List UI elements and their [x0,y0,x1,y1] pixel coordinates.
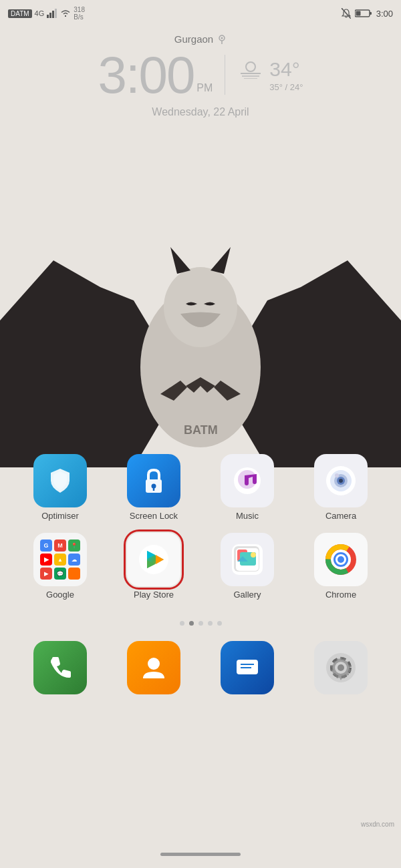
svg-rect-3 [55,9,57,18]
dock-item-phone[interactable] [23,641,97,694]
app-row-2: G M 📍 ▶ ▲ ☁ ▶ 💬 Google [13,533,388,600]
page-indicators [0,621,401,626]
mute-icon [342,8,351,19]
time-display-status: 3:00 [376,9,393,19]
status-left: DATM 4G 318B/s [8,6,85,21]
dock-item-messages[interactable] [211,641,284,694]
date-display: Wednesday, 22 April [152,106,249,118]
watermark: wsxdn.com [361,821,394,828]
dot-1 [189,621,194,626]
playstore-svg [137,543,170,576]
dock-item-settings[interactable] [304,641,378,694]
svg-point-49 [338,556,344,563]
gallery-label: Gallery [233,590,261,600]
clock-time: 3:00 [98,49,194,101]
weather-block: 34° 35° / 24° [237,58,303,92]
contacts-svg [139,653,168,682]
camera-icon [314,454,368,507]
messages-svg [233,653,262,682]
google-grid: G M 📍 ▶ ▲ ☁ ▶ 💬 [40,539,80,580]
svg-rect-1 [49,13,51,18]
wifi-icon [60,9,71,17]
messages-icon [221,641,274,694]
svg-point-58 [338,664,344,671]
google-label: Google [46,590,74,600]
google-icon: G M 📍 ▶ ▲ ☁ ▶ 💬 [33,533,87,586]
signal-bars-icon [47,9,57,18]
time-weather-row: 3:00 PM 34° 35° / 24° [98,49,303,101]
dock-item-contacts[interactable] [117,641,190,694]
app-grid: Optimiser Screen Lock [0,454,401,600]
app-item-playstore[interactable]: Play Store [117,533,190,600]
location-text: Gurgaon [174,33,213,45]
optimiser-label: Optimiser [41,511,79,521]
svg-point-29 [339,479,343,483]
music-icon [221,454,274,507]
gallery-icon [221,533,274,586]
playstore-icon [127,533,180,586]
time-block: 3:00 PM [98,49,213,101]
app-row-1: Optimiser Screen Lock [13,454,388,521]
temperature-main: 34° [269,58,299,81]
svg-rect-0 [47,15,49,18]
svg-rect-2 [52,11,54,18]
chrome-label: Chrome [325,590,356,600]
weather-icon [237,60,264,79]
music-label: Music [236,511,259,521]
battery-icon [355,9,372,18]
dot-0 [180,621,184,626]
shield-svg [45,466,75,495]
chrome-svg [324,543,358,576]
app-item-screenlock[interactable]: Screen Lock [117,454,190,521]
settings-svg [324,651,358,684]
dot-4 [217,621,222,626]
app-item-chrome[interactable]: Chrome [304,533,378,600]
time-weather-divider [225,55,225,95]
app-item-music[interactable]: Music [211,454,284,521]
status-right: 3:00 [342,8,393,19]
app-item-camera[interactable]: Camera [304,454,378,521]
phone-svg [45,653,75,682]
svg-point-16 [164,267,237,347]
phone-icon [33,641,87,694]
dock [0,641,401,694]
svg-rect-7 [356,11,360,16]
playstore-label: Play Store [134,590,174,600]
svg-point-9 [221,37,223,39]
svg-rect-6 [370,12,372,15]
settings-icon [314,641,368,694]
svg-point-21 [152,484,156,489]
optimiser-icon [33,454,87,507]
contacts-icon [127,641,180,694]
dot-3 [208,621,213,626]
location-row: Gurgaon [174,33,227,45]
app-item-google[interactable]: G M 📍 ▶ ▲ ☁ ▶ 💬 Google [23,533,97,600]
status-bar: DATM 4G 318B/s 3:00 [0,0,401,27]
screenlock-icon [127,454,180,507]
location-pin-icon [217,34,227,45]
clock-area: Gurgaon 3:00 PM 34° 35° / 24° [0,33,401,118]
svg-point-30 [335,473,339,477]
svg-point-50 [148,658,160,670]
camera-label: Camera [325,511,356,521]
camera-svg [324,464,358,497]
gallery-svg [231,543,264,576]
batman-wallpaper: BATM [0,220,401,467]
network-speed: 318B/s [74,6,85,21]
chrome-icon [314,533,368,586]
svg-point-10 [246,62,255,71]
lock-svg [139,465,168,497]
home-indicator[interactable] [160,853,241,856]
music-svg [231,465,263,497]
app-item-optimiser[interactable]: Optimiser [23,454,97,521]
clock-period: PM [196,82,213,94]
svg-text:BATM: BATM [184,423,218,437]
screenlock-label: Screen Lock [130,511,178,521]
signal-strength: 4G [35,9,45,17]
weather-main-row: 34° [237,58,299,81]
operator-label: DATM [8,9,32,18]
svg-point-42 [251,552,256,558]
temperature-range: 35° / 24° [269,82,303,92]
dot-2 [198,621,203,626]
app-item-gallery[interactable]: Gallery [211,533,284,600]
